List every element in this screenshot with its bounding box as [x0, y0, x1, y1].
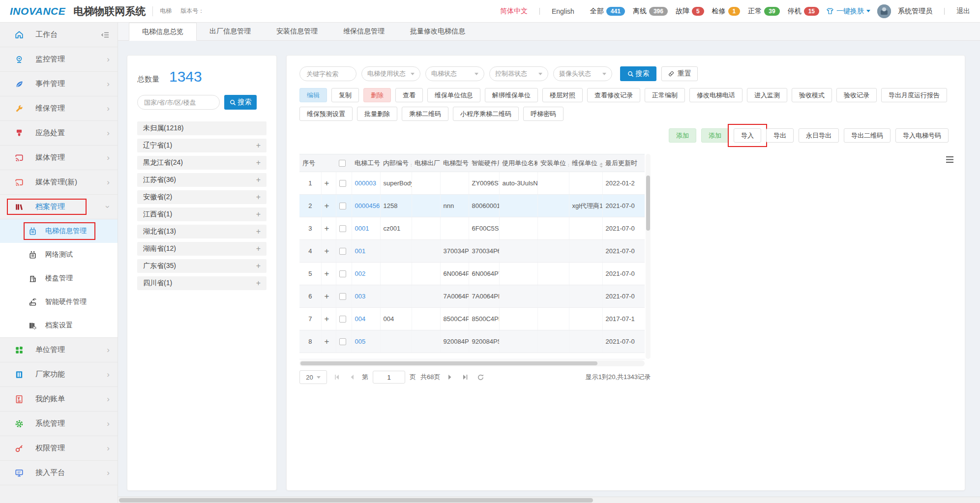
expand-node-icon[interactable]: +	[256, 193, 261, 202]
sidebar-item-emergency[interactable]: 应急处置 ›	[0, 121, 118, 146]
first-page-button[interactable]	[331, 372, 342, 383]
logout-button[interactable]: 退出	[956, 7, 970, 16]
action-button[interactable]: 导出	[766, 128, 794, 143]
expand-row-icon[interactable]: +	[325, 314, 329, 324]
tree-node[interactable]: 黑龙江省(24) +	[137, 156, 267, 170]
expand-node-icon[interactable]: +	[256, 176, 261, 184]
tab-item[interactable]: 电梯信息总览	[129, 23, 197, 41]
toolbar-button[interactable]: 删除	[363, 88, 391, 102]
tree-node[interactable]: 广东省(35) +	[137, 259, 267, 273]
toolbar-button[interactable]: 维保预测设置	[299, 107, 353, 121]
toolbar-button[interactable]: 正常编制	[645, 88, 685, 102]
toolbar-button[interactable]: 呼梯密码	[523, 107, 564, 121]
action-button[interactable]: 导入	[734, 128, 761, 143]
elevator-id-link[interactable]: 0000456	[355, 202, 380, 209]
table-row[interactable]: 1 + 000003 superBody ZY0096S7C auto-3Uul…	[299, 172, 645, 195]
prev-page-button[interactable]	[347, 372, 357, 383]
elevator-id-link[interactable]: 004	[355, 315, 366, 323]
expand-row-icon[interactable]: +	[325, 337, 329, 346]
next-page-button[interactable]	[445, 372, 455, 383]
table-vertical-scrollbar[interactable]	[646, 154, 651, 359]
tree-node[interactable]: 江苏省(36) +	[137, 173, 267, 187]
scrollbar-thumb[interactable]	[119, 498, 593, 503]
toolbar-button[interactable]: 乘梯二维码	[402, 107, 448, 121]
sidebar-item-units[interactable]: 单位管理 ›	[0, 338, 118, 362]
tree-node[interactable]: 安徽省(2) +	[137, 190, 267, 204]
table-row[interactable]: 2 + 0000456 1258 nnn 800600014 xgl代理商1 2…	[299, 195, 645, 217]
sidebar-item-workbench[interactable]: 工作台	[0, 23, 118, 47]
expand-node-icon[interactable]: +	[256, 227, 261, 236]
collapse-sidebar-icon[interactable]	[101, 31, 110, 39]
lang-en-link[interactable]: English	[552, 7, 574, 15]
table-row[interactable]: 8 + 005 920084P 920084PS 2021-07-0	[299, 330, 645, 353]
sidebar-item-events[interactable]: 事件管理 ›	[0, 72, 118, 96]
sort-icon[interactable]	[568, 163, 569, 168]
action-button[interactable]: 添加	[669, 128, 696, 143]
toolbar-button[interactable]: 导出月度运行报告	[881, 88, 947, 102]
row-checkbox[interactable]	[339, 316, 346, 323]
row-checkbox[interactable]	[339, 293, 346, 300]
action-button[interactable]: 永日导出	[799, 128, 839, 143]
row-checkbox[interactable]	[339, 180, 346, 187]
elevator-id-link[interactable]: 001	[355, 247, 366, 255]
submenu-item-smart-hardware[interactable]: 智能硬件管理	[0, 290, 118, 314]
sidebar-item-maintenance[interactable]: 维保管理 ›	[0, 96, 118, 121]
sidebar-item-access-platform[interactable]: 接入平台 ›	[0, 461, 118, 485]
toolbar-button[interactable]: 楼层对照	[542, 88, 583, 102]
action-button[interactable]: 添加	[701, 128, 729, 143]
expand-node-icon[interactable]: +	[256, 210, 261, 219]
submenu-item-elevator-info[interactable]: 电梯信息管理	[0, 219, 118, 243]
row-checkbox[interactable]	[339, 338, 346, 345]
submenu-item-buildings[interactable]: 楼盘管理	[0, 266, 118, 290]
expand-node-icon[interactable]: +	[256, 244, 261, 253]
filter-select[interactable]: 控制器状态	[489, 66, 548, 81]
last-page-button[interactable]	[460, 372, 471, 383]
toolbar-button[interactable]: 查看修改记录	[587, 88, 640, 102]
action-button[interactable]: 导入电梯号码	[895, 128, 949, 143]
lang-zh-link[interactable]: 简体中文	[500, 7, 528, 16]
expand-node-icon[interactable]: +	[256, 279, 261, 288]
toolbar-button[interactable]: 小程序乘梯二维码	[453, 107, 519, 121]
table-row[interactable]: 6 + 003 7A0064P 7A0064PP 2021-07-0	[299, 285, 645, 308]
table-row[interactable]: 4 + 001 370034P 370034P6C 2021-07-0	[299, 240, 645, 263]
filter-select[interactable]: 摄像头状态	[553, 66, 612, 81]
expand-row-icon[interactable]: +	[325, 224, 329, 233]
region-search-input[interactable]	[137, 95, 220, 110]
tree-node[interactable]: 江西省(1) +	[137, 207, 267, 221]
sort-icon[interactable]	[599, 163, 602, 168]
submenu-item-archive-settings[interactable]: 档案设置	[0, 314, 118, 337]
table-horizontal-scrollbar[interactable]	[299, 360, 645, 366]
row-checkbox[interactable]	[339, 203, 346, 209]
tree-node[interactable]: 四川省(1) +	[137, 276, 267, 290]
sort-icon[interactable]	[411, 163, 412, 168]
row-checkbox[interactable]	[339, 270, 346, 277]
toolbar-button[interactable]: 修改电梯电话	[689, 88, 742, 102]
elevator-id-link[interactable]: 0001	[355, 225, 369, 232]
column-settings-icon[interactable]	[946, 156, 954, 163]
action-button[interactable]: 导出二维码	[844, 128, 891, 143]
reset-button[interactable]: 重置	[661, 66, 698, 81]
toolbar-button[interactable]: 批量删除	[357, 107, 397, 121]
expand-node-icon[interactable]: +	[256, 141, 261, 150]
toolbar-button[interactable]: 查看	[395, 88, 423, 102]
tab-item[interactable]: 安装信息管理	[264, 23, 330, 40]
tree-node[interactable]: 未归属(1218) +	[137, 121, 267, 135]
toolbar-button[interactable]: 进入监测	[747, 88, 787, 102]
search-button[interactable]: 搜索	[620, 66, 656, 81]
expand-row-icon[interactable]: +	[325, 201, 329, 210]
expand-node-icon[interactable]: +	[256, 158, 261, 167]
expand-node-icon[interactable]: +	[256, 262, 261, 270]
change-skin-button[interactable]: 一键换肤	[826, 7, 870, 16]
filter-select[interactable]: 电梯使用状态	[361, 66, 420, 81]
page-size-select[interactable]: 20	[299, 370, 327, 384]
scrollbar-thumb[interactable]	[300, 361, 597, 365]
refresh-icon[interactable]	[475, 372, 486, 383]
elevator-id-link[interactable]: 005	[355, 338, 366, 345]
select-all-checkbox[interactable]	[339, 160, 346, 167]
filter-select[interactable]: 电梯状态	[425, 66, 484, 81]
tab-item[interactable]: 批量修改电梯信息	[397, 23, 478, 40]
page-number-input[interactable]	[373, 371, 405, 384]
row-checkbox[interactable]	[339, 248, 346, 255]
tree-node[interactable]: 湖南省(12) +	[137, 242, 267, 256]
sidebar-item-media[interactable]: 媒体管理 ›	[0, 146, 118, 170]
